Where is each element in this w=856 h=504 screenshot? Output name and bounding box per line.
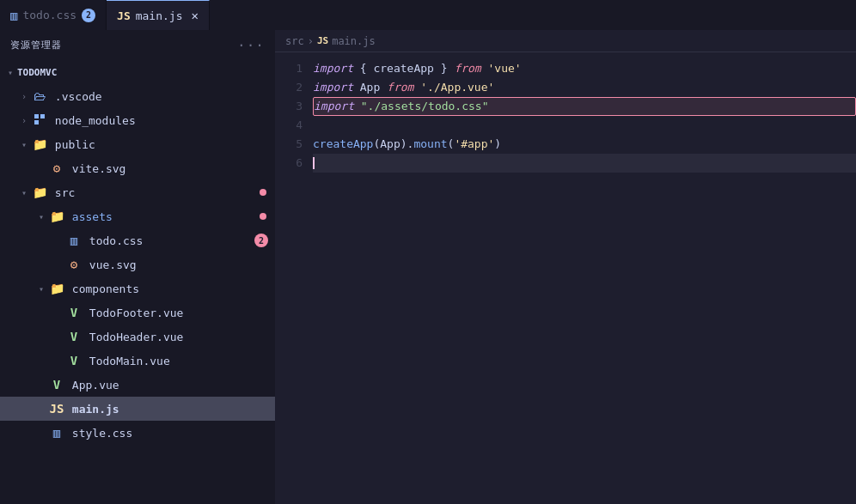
space-2 [448, 59, 455, 78]
editor[interactable]: src › JS main.js 1 2 3 4 5 6 import { [275, 30, 856, 504]
line-num-6: 6 [275, 154, 303, 173]
vite-svg-label: vite.svg [65, 162, 275, 175]
tree-item-src[interactable]: ▾ 📁 src [0, 180, 275, 204]
svg-rect-1 [40, 114, 45, 118]
breadcrumb-src: src [285, 35, 304, 47]
tree-item-public[interactable]: ▾ 📁 public [0, 132, 275, 156]
paren-open-1: ( [373, 135, 380, 154]
paren-close-2: ) [494, 135, 501, 154]
code-line-6 [313, 154, 856, 173]
vscode-label: .vscode [48, 90, 275, 103]
todo-footer-icon: V [65, 306, 83, 319]
chevron-down-icon-comp: ▾ [34, 284, 48, 294]
components-folder-icon: 📁 [48, 282, 65, 295]
code-area[interactable]: 1 2 3 4 5 6 import { createApp } from [275, 52, 856, 504]
chevron-down-icon-src: ▾ [17, 188, 31, 197]
no-chevron-tc [52, 236, 65, 246]
tree-item-assets[interactable]: ▾ 📁 assets [0, 204, 275, 228]
todo-css-file-label: todo.css [83, 234, 254, 247]
tree-item-node-modules[interactable]: › node_modules [0, 108, 275, 132]
tree-root-todomvc[interactable]: ▾ TODOMVC [0, 60, 275, 84]
kw-import-1: import [313, 59, 353, 78]
tab-main-js[interactable]: JS main.js ✕ [107, 0, 210, 30]
space-3 [481, 59, 488, 78]
node-modules-icon [31, 112, 48, 129]
no-chevron-mj [34, 404, 48, 414]
tree-item-vite-svg[interactable]: ⚙ vite.svg [0, 156, 275, 180]
line-num-2: 2 [275, 78, 303, 97]
tab-main-js-label: main.js [136, 9, 183, 22]
svg-rect-2 [34, 120, 39, 124]
code-content[interactable]: import { createApp } from 'vue' import A… [309, 52, 856, 504]
space-1 [353, 59, 360, 78]
fn-mount: mount [413, 135, 447, 154]
createapp-1: createApp [367, 59, 441, 78]
chevron-down-icon-assets: ▾ [34, 212, 48, 222]
tree-item-todo-main[interactable]: V TodoMain.vue [0, 349, 275, 373]
app-vue-icon: V [48, 378, 65, 392]
str-app-vue: './App.vue' [420, 78, 494, 97]
tab-todo-css[interactable]: ▥ todo.css 2 [0, 0, 107, 30]
sidebar-title: 资源管理器 [10, 39, 61, 52]
main-js-icon: JS [48, 402, 65, 416]
space-4 [413, 78, 420, 97]
tree-item-todo-header[interactable]: V TodoHeader.vue [0, 325, 275, 349]
text-cursor [313, 157, 315, 169]
public-label: public [48, 138, 275, 151]
chevron-down-icon: ▾ [3, 68, 17, 77]
breadcrumb-main-js: main.js [332, 35, 376, 47]
vue-svg-icon: ⚙ [65, 258, 83, 271]
vue-svg-label: vue.svg [83, 258, 275, 271]
tree-item-main-js[interactable]: JS main.js [0, 397, 275, 421]
vite-svg-icon: ⚙ [48, 161, 65, 175]
code-line-4 [313, 116, 856, 135]
root-label: TODOMVC [17, 67, 275, 78]
tabs-bar: ▥ todo.css 2 JS main.js ✕ [0, 0, 856, 30]
main-layout: 资源管理器 ··· ▾ TODOMVC › 🗁 .vscode › [0, 30, 856, 504]
str-vue: 'vue' [488, 59, 522, 78]
kw-import-2: import [313, 78, 353, 97]
todo-footer-label: TodoFooter.vue [83, 307, 275, 319]
assets-label: assets [65, 210, 260, 223]
line-numbers: 1 2 3 4 5 6 [275, 52, 309, 504]
tab-todo-css-label: todo.css [22, 9, 76, 21]
breadcrumb-js-icon: JS [317, 35, 328, 46]
no-chevron [34, 164, 48, 173]
space-app: App [353, 78, 387, 97]
components-label: components [65, 282, 275, 295]
todo-main-label: TodoMain.vue [83, 355, 275, 367]
chevron-right-icon-nm: › [17, 116, 31, 125]
line-num-1: 1 [275, 59, 303, 78]
breadcrumb: src › JS main.js [275, 30, 856, 52]
tree-item-vscode[interactable]: › 🗁 .vscode [0, 84, 275, 108]
breadcrumb-sep1: › [308, 35, 314, 47]
assets-folder-icon: 📁 [48, 209, 65, 223]
close-icon[interactable]: ✕ [192, 9, 199, 22]
no-chevron-tf [52, 308, 65, 318]
todo-main-icon: V [65, 354, 83, 367]
dot: . [407, 135, 414, 154]
tree-item-vue-svg[interactable]: ⚙ vue.svg [0, 252, 275, 276]
todo-css-badge: 2 [254, 234, 268, 247]
tab-todo-css-badge: 2 [82, 9, 95, 22]
style-css-icon: ▥ [48, 426, 65, 440]
code-line-1: import { createApp } from 'vue' [313, 59, 856, 78]
no-chevron-th [52, 332, 65, 342]
str-todo-css: "./assets/todo.css" [361, 97, 489, 116]
line-num-5: 5 [275, 135, 303, 154]
todo-css-file-icon: ▥ [65, 234, 83, 247]
tree-item-todo-footer[interactable]: V TodoFooter.vue [0, 301, 275, 325]
svg-rect-0 [34, 114, 39, 118]
tree-item-todo-css[interactable]: ▥ todo.css 2 [0, 228, 275, 252]
tree-item-app-vue[interactable]: V App.vue [0, 373, 275, 397]
tree-item-components[interactable]: ▾ 📁 components [0, 276, 275, 301]
sidebar-more-icon[interactable]: ··· [237, 37, 265, 53]
file-tree: ▾ TODOMVC › 🗁 .vscode › node_modules [0, 60, 275, 445]
fn-createapp: createApp [313, 135, 373, 154]
chevron-right-icon: › [17, 92, 31, 101]
js-tab-icon: JS [117, 9, 131, 22]
tree-item-style-css[interactable]: ▥ style.css [0, 421, 275, 445]
brace-close-1: } [441, 59, 448, 78]
paren-close-1: ) [400, 135, 407, 154]
css-tab-icon: ▥ [10, 9, 17, 22]
